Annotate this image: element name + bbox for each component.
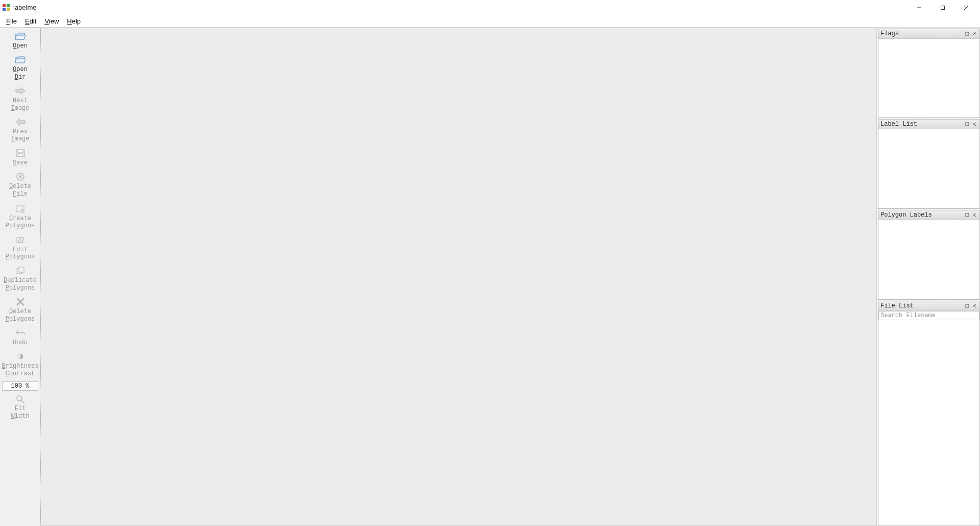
polygon-edit-icon (14, 235, 27, 245)
save-button[interactable]: Save (0, 146, 40, 170)
folder-open-icon (14, 31, 27, 41)
svg-rect-24 (966, 32, 969, 35)
dock-float-icon[interactable] (964, 31, 970, 37)
undo-label: Undo (13, 339, 28, 346)
close-button[interactable] (954, 0, 978, 15)
zoom-input[interactable]: 100 % (2, 381, 38, 391)
dock-float-icon[interactable] (964, 121, 970, 127)
arrow-right-icon (14, 86, 27, 96)
file-list-body[interactable] (878, 320, 979, 525)
fit-width-button[interactable]: FitWidth (0, 392, 40, 423)
open-button[interactable]: Open (0, 29, 40, 53)
polygon-labels-panel-title[interactable]: Polygon Labels (878, 210, 979, 220)
prev-image-button[interactable]: PrevImage (0, 115, 40, 146)
open-dir-button[interactable]: OpenDir (0, 53, 40, 84)
content: Open OpenDir NextImage PrevImage Save (0, 28, 980, 526)
svg-point-15 (21, 209, 24, 212)
svg-rect-27 (966, 123, 969, 126)
undo-icon (14, 328, 27, 338)
svg-rect-30 (966, 213, 969, 217)
duplicate-polygons-button[interactable]: DuplicatePolygons (0, 264, 40, 295)
create-polygons-button[interactable]: CreatePolygons (0, 202, 40, 233)
menu-view[interactable]: View (40, 16, 63, 26)
delete-file-button[interactable]: DeleteFile (0, 170, 40, 201)
titlebar: labelme (0, 0, 980, 15)
app-icon (2, 4, 10, 12)
file-search-input[interactable] (878, 311, 979, 320)
next-image-button[interactable]: NextImage (0, 84, 40, 115)
toolbar: Open OpenDir NextImage PrevImage Save (0, 28, 41, 526)
duplicate-icon (14, 266, 27, 276)
create-polygons-label: CreatePolygons (6, 215, 35, 230)
edit-polygons-label: EditPolygons (6, 246, 35, 261)
save-label: Save (13, 159, 28, 166)
flags-panel-title[interactable]: Flags (878, 29, 979, 39)
svg-rect-5 (941, 6, 945, 9)
menu-file[interactable]: File (2, 16, 21, 26)
file-list-panel-title[interactable]: File List (878, 301, 979, 311)
delete-x-icon (14, 297, 27, 307)
svg-rect-18 (19, 267, 24, 272)
delete-polygons-button[interactable]: DeletePolygons (0, 295, 40, 326)
prev-image-label: PrevImage (11, 128, 29, 143)
zoom-value: 100 % (11, 382, 29, 390)
duplicate-polygons-label: DuplicatePolygons (4, 277, 37, 292)
menubar: File Edit View Help (0, 15, 980, 28)
dock-close-icon[interactable] (971, 121, 977, 127)
dock-close-icon[interactable] (971, 31, 977, 37)
polygon-create-icon (14, 204, 27, 214)
label-list-panel-title[interactable]: Label List (878, 119, 979, 129)
fit-width-label: FitWidth (11, 405, 29, 420)
svg-rect-2 (3, 8, 6, 11)
delete-polygons-label: DeletePolygons (6, 308, 35, 323)
floppy-icon (14, 148, 27, 158)
svg-rect-9 (18, 150, 23, 152)
dock-float-icon[interactable] (964, 212, 970, 218)
dock-close-icon[interactable] (971, 303, 977, 309)
menu-help[interactable]: Help (63, 16, 85, 26)
minimize-button[interactable] (908, 0, 931, 15)
next-image-label: NextImage (11, 97, 29, 112)
arrow-left-icon (14, 117, 27, 127)
brightness-contrast-label: BrightnessContrast (2, 363, 38, 377)
right-panel-column: Flags Label List (878, 28, 980, 526)
svg-point-22 (17, 396, 22, 401)
label-list-body[interactable] (878, 129, 979, 208)
undo-button[interactable]: Undo (0, 326, 40, 349)
menu-edit[interactable]: Edit (21, 16, 40, 26)
svg-rect-1 (7, 4, 10, 7)
dock-float-icon[interactable] (964, 303, 970, 309)
polygon-labels-panel: Polygon Labels (878, 210, 980, 300)
edit-polygons-button[interactable]: EditPolygons (0, 233, 40, 264)
file-list-panel: File List (878, 301, 980, 526)
brightness-contrast-button[interactable]: BrightnessContrast (0, 349, 40, 380)
svg-rect-33 (966, 304, 969, 307)
delete-file-icon (14, 172, 27, 182)
fit-width-icon (14, 394, 27, 404)
svg-line-23 (21, 400, 24, 403)
app-title: labelme (13, 4, 37, 11)
flags-panel-body[interactable] (878, 39, 979, 117)
window-controls (908, 0, 978, 15)
dock-close-icon[interactable] (971, 212, 977, 218)
label-list-panel: Label List (878, 119, 980, 209)
svg-rect-3 (7, 8, 10, 11)
delete-file-label: DeleteFile (9, 183, 31, 198)
 maximize-button[interactable] (931, 0, 954, 15)
svg-rect-0 (3, 4, 6, 7)
open-dir-label: OpenDir (13, 66, 28, 81)
brightness-icon (14, 351, 27, 362)
open-label: Open (13, 42, 28, 50)
folder-open-icon (14, 55, 27, 65)
polygon-labels-body[interactable] (878, 220, 979, 299)
canvas[interactable] (41, 28, 877, 526)
svg-rect-10 (18, 154, 22, 156)
flags-panel: Flags (878, 29, 980, 118)
